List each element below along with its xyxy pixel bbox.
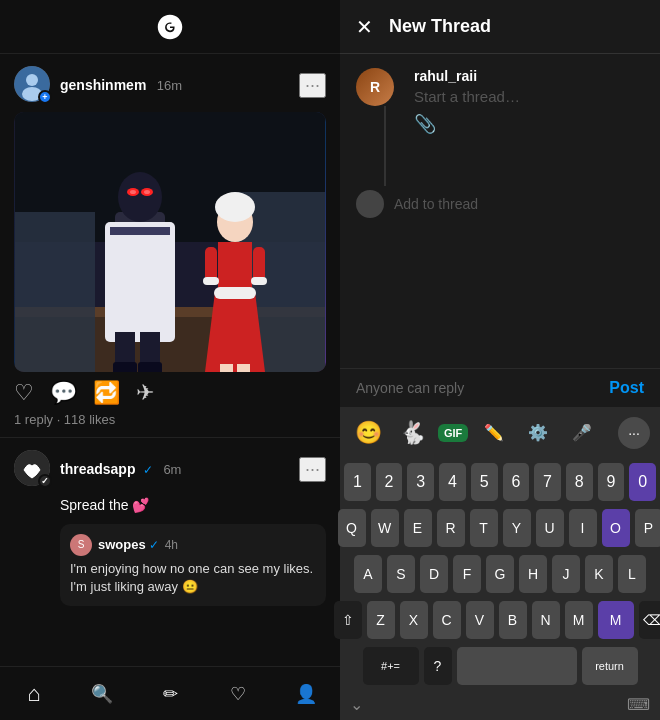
avatar-wrap: +: [14, 66, 52, 104]
key-4[interactable]: 4: [439, 463, 466, 501]
like-button[interactable]: ♡: [14, 382, 34, 404]
key-3[interactable]: 3: [407, 463, 434, 501]
return-key[interactable]: return: [582, 647, 638, 685]
search-nav-button[interactable]: 🔍: [80, 672, 124, 716]
more-toolbar-button[interactable]: ···: [618, 417, 650, 449]
share-button[interactable]: ✈: [136, 382, 154, 404]
key-n[interactable]: N: [532, 601, 560, 639]
profile-nav-button[interactable]: 👤: [284, 672, 328, 716]
key-e[interactable]: E: [404, 509, 432, 547]
add-to-thread-row: Add to thread: [356, 190, 644, 218]
svg-rect-16: [110, 227, 170, 235]
key-m[interactable]: M: [565, 601, 593, 639]
keyboard-emoji-toolbar: 😊 🐇 GIF ✏️ ⚙️ 🎤 ···: [340, 407, 660, 459]
more-options-button-2[interactable]: ···: [299, 457, 326, 482]
reply-text: I'm enjoying how no one can see my likes…: [70, 560, 316, 596]
numbers-key[interactable]: #+=: [363, 647, 419, 685]
key-q[interactable]: Q: [338, 509, 366, 547]
key-p[interactable]: P: [635, 509, 661, 547]
key-r[interactable]: R: [437, 509, 465, 547]
key-k[interactable]: K: [585, 555, 613, 593]
key-7[interactable]: 7: [534, 463, 561, 501]
key-1[interactable]: 1: [344, 463, 371, 501]
post-header-2: ✓ threadsapp ✓ 6m ···: [14, 450, 326, 488]
reply-time: 4h: [165, 538, 178, 552]
key-u[interactable]: U: [536, 509, 564, 547]
key-a[interactable]: A: [354, 555, 382, 593]
post-header: + genshinmem 16m ···: [14, 66, 326, 104]
key-j[interactable]: J: [552, 555, 580, 593]
more-options-button[interactable]: ···: [299, 73, 326, 98]
key-2[interactable]: 2: [376, 463, 403, 501]
keyboard-icon[interactable]: ⌨: [627, 695, 650, 714]
key-v[interactable]: V: [466, 601, 494, 639]
asdf-row: A S D F G H J K L: [340, 551, 660, 597]
svg-rect-29: [220, 364, 233, 372]
delete-key[interactable]: ⌫: [639, 601, 661, 639]
key-d[interactable]: D: [420, 555, 448, 593]
home-nav-button[interactable]: ⌂: [12, 672, 56, 716]
compose-nav-button[interactable]: ✏: [148, 672, 192, 716]
activity-nav-button[interactable]: ♡: [216, 672, 260, 716]
svg-rect-30: [237, 364, 250, 372]
thread-input-area[interactable]: rahul_raii Start a thread… 📎: [414, 68, 644, 141]
svg-rect-26: [253, 247, 265, 282]
chevron-down-icon[interactable]: ⌄: [350, 695, 363, 714]
gif-button[interactable]: GIF: [438, 424, 468, 442]
post-username-2: threadsapp: [60, 461, 135, 477]
key-s[interactable]: S: [387, 555, 415, 593]
key-i[interactable]: I: [569, 509, 597, 547]
svg-rect-10: [105, 222, 175, 342]
svg-rect-7: [15, 212, 95, 372]
space-key[interactable]: [457, 647, 577, 685]
add-story-button[interactable]: +: [38, 90, 52, 104]
key-6[interactable]: 6: [503, 463, 530, 501]
zxcv-row: ⇧ Z X C V B N M M ⌫: [340, 597, 660, 643]
key-o[interactable]: O: [602, 509, 630, 547]
reply-post: S swopes ✓ 4h I'm enjoying how no one ca…: [60, 524, 326, 606]
key-c[interactable]: C: [433, 601, 461, 639]
add-to-thread-label[interactable]: Add to thread: [394, 196, 478, 212]
key-5[interactable]: 5: [471, 463, 498, 501]
attachment-icon[interactable]: 📎: [414, 113, 644, 135]
svg-point-11: [118, 172, 162, 222]
key-t[interactable]: T: [470, 509, 498, 547]
key-b[interactable]: B: [499, 601, 527, 639]
repost-button[interactable]: 🔁: [93, 382, 120, 404]
key-0[interactable]: 0: [629, 463, 656, 501]
sticker-button[interactable]: 🐇: [394, 415, 430, 451]
emoji-button[interactable]: 😊: [350, 415, 386, 451]
svg-point-15: [144, 190, 150, 194]
key-w[interactable]: W: [371, 509, 399, 547]
thread-connector-line: [384, 106, 386, 186]
key-m-alt[interactable]: M: [598, 601, 634, 639]
key-x[interactable]: X: [400, 601, 428, 639]
pen-button[interactable]: ✏️: [476, 415, 512, 451]
post-stats: 1 reply · 118 likes: [14, 412, 326, 427]
key-g[interactable]: G: [486, 555, 514, 593]
thread-username: rahul_raii: [414, 68, 644, 84]
key-h[interactable]: H: [519, 555, 547, 593]
key-z[interactable]: Z: [367, 601, 395, 639]
reply-user: S swopes ✓ 4h: [70, 534, 316, 556]
virtual-keyboard: 😊 🐇 GIF ✏️ ⚙️ 🎤 ··· 1 2 3 4 5 6 7 8 9 0 …: [340, 407, 660, 720]
key-y[interactable]: Y: [503, 509, 531, 547]
thread-placeholder: Start a thread…: [414, 88, 644, 105]
post-time-2: 6m: [163, 462, 181, 477]
svg-rect-28: [251, 277, 267, 285]
svg-rect-27: [203, 277, 219, 285]
number-row: 1 2 3 4 5 6 7 8 9 0: [340, 459, 660, 505]
close-button[interactable]: ✕: [356, 17, 373, 37]
mic-button[interactable]: 🎤: [564, 415, 600, 451]
settings-button[interactable]: ⚙️: [520, 415, 556, 451]
comment-button[interactable]: 💬: [50, 382, 77, 404]
keyboard-bottom-bar: ⌄ ⌨: [340, 691, 660, 720]
key-9[interactable]: 9: [598, 463, 625, 501]
question-key[interactable]: ?: [424, 647, 452, 685]
reply-controls: Anyone can reply Post: [340, 368, 660, 407]
post-button[interactable]: Post: [609, 379, 644, 397]
key-8[interactable]: 8: [566, 463, 593, 501]
key-f[interactable]: F: [453, 555, 481, 593]
post-username: genshinmem: [60, 77, 146, 93]
key-l[interactable]: L: [618, 555, 646, 593]
